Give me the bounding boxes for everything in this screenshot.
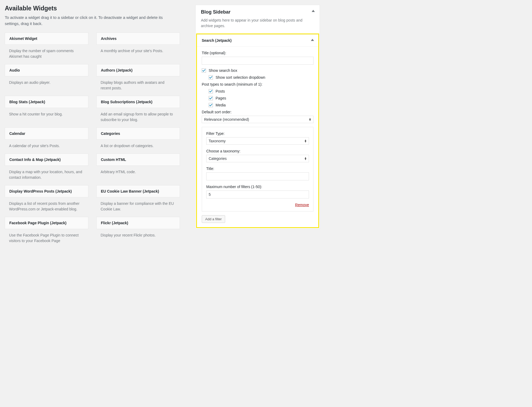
available-widget-desc: Add an email signup form to allow people…: [96, 108, 180, 127]
collapse-icon[interactable]: [311, 39, 314, 41]
available-widget-title[interactable]: Audio: [5, 64, 88, 76]
filter-box: Filter Type: Taxonomy ▲▼ Choose a taxono…: [202, 127, 314, 211]
available-widgets-intro: To activate a widget drag it to a sideba…: [5, 15, 175, 27]
available-widget-title[interactable]: Calendar: [5, 127, 88, 140]
filter-title-input[interactable]: [206, 172, 309, 180]
available-widget-title[interactable]: Akismet Widget: [5, 32, 88, 45]
show-sort-dropdown-checkbox[interactable]: [209, 75, 213, 80]
post-type-posts-label: Posts: [216, 89, 225, 93]
available-widget-desc: Display a map with your location, hours,…: [5, 166, 88, 185]
available-widget-title[interactable]: Contact Info & Map (Jetpack): [5, 153, 88, 166]
available-widget-title[interactable]: EU Cookie Law Banner (Jetpack): [96, 185, 180, 197]
available-widget-desc: Displays a list of recent posts from ano…: [5, 197, 88, 217]
show-sort-dropdown-label: Show sort selection dropdown: [216, 75, 265, 80]
filter-title-label: Title:: [206, 167, 309, 171]
available-widget-desc: Show a hit counter for your blog.: [5, 108, 88, 122]
remove-filter-link[interactable]: Remove: [295, 203, 309, 207]
add-filter-button[interactable]: Add a filter: [202, 215, 225, 223]
max-filters-label: Maximum number of filters (1-50):: [206, 185, 309, 189]
max-filters-input[interactable]: [206, 190, 309, 198]
post-type-media-checkbox[interactable]: [209, 103, 213, 107]
available-widget-desc: Displays an audio player.: [5, 76, 88, 90]
available-widget-title[interactable]: Blog Stats (Jetpack): [5, 96, 88, 108]
available-widget-desc: Display the number of spam comments Akis…: [5, 45, 88, 64]
available-widget-title[interactable]: Categories: [96, 127, 180, 140]
available-widget-title[interactable]: Custom HTML: [96, 153, 180, 166]
search-widget-highlight: Search (Jetpack) Title (optional): Show …: [196, 34, 319, 228]
search-widget-header[interactable]: Search (Jetpack): [197, 34, 318, 47]
filter-type-select[interactable]: Taxonomy: [206, 137, 309, 145]
available-widget-desc: A monthly archive of your site's Posts.: [96, 45, 180, 59]
title-input[interactable]: [202, 57, 314, 65]
available-widget-title[interactable]: Authors (Jetpack): [96, 64, 180, 76]
show-search-box-checkbox[interactable]: [202, 68, 206, 73]
title-label: Title (optional):: [202, 51, 314, 55]
sidebar-title: Blog Sidebar: [201, 9, 314, 15]
taxonomy-label: Choose a taxonomy:: [206, 149, 309, 153]
filter-type-label: Filter Type:: [206, 131, 309, 136]
search-widget-title: Search (Jetpack): [202, 38, 232, 43]
taxonomy-select[interactable]: Categories: [206, 155, 309, 162]
available-widget-title[interactable]: Blog Subscriptions (Jetpack): [96, 96, 180, 108]
available-widget-desc: Display blogs authors with avatars and r…: [96, 76, 180, 96]
available-widget-title[interactable]: Flickr (Jetpack): [96, 217, 180, 229]
post-type-pages-checkbox[interactable]: [209, 96, 213, 100]
post-types-label: Post types to search (minimum of 1):: [202, 82, 314, 86]
available-widget-desc: Display a banner for compliance with the…: [96, 197, 180, 217]
available-widget-title[interactable]: Archives: [96, 32, 180, 45]
available-widgets-heading: Available Widgets: [5, 5, 180, 12]
post-type-posts-checkbox[interactable]: [209, 89, 213, 93]
show-search-box-label: Show search box: [209, 68, 237, 73]
available-widget-desc: Arbitrary HTML code.: [96, 166, 180, 180]
default-sort-select[interactable]: Relevance (recommended): [202, 116, 314, 123]
collapse-icon[interactable]: [312, 10, 315, 12]
available-widget-title[interactable]: Display WordPress Posts (Jetpack): [5, 185, 88, 197]
available-widget-desc: A list or dropdown of categories.: [96, 140, 180, 153]
default-sort-label: Default sort order:: [202, 110, 314, 114]
available-widget-desc: A calendar of your site's Posts.: [5, 140, 88, 153]
available-widget-desc: Display your recent Flickr photos.: [96, 229, 180, 243]
available-widget-desc: Use the Facebook Page Plugin to connect …: [5, 229, 88, 248]
available-widget-title[interactable]: Facebook Page Plugin (Jetpack): [5, 217, 88, 229]
post-type-pages-label: Pages: [216, 96, 226, 100]
blog-sidebar-panel: Blog Sidebar Add widgets here to appear …: [195, 5, 320, 229]
post-type-media-label: Media: [216, 103, 226, 107]
sidebar-desc: Add widgets here to appear in your sideb…: [201, 18, 314, 29]
